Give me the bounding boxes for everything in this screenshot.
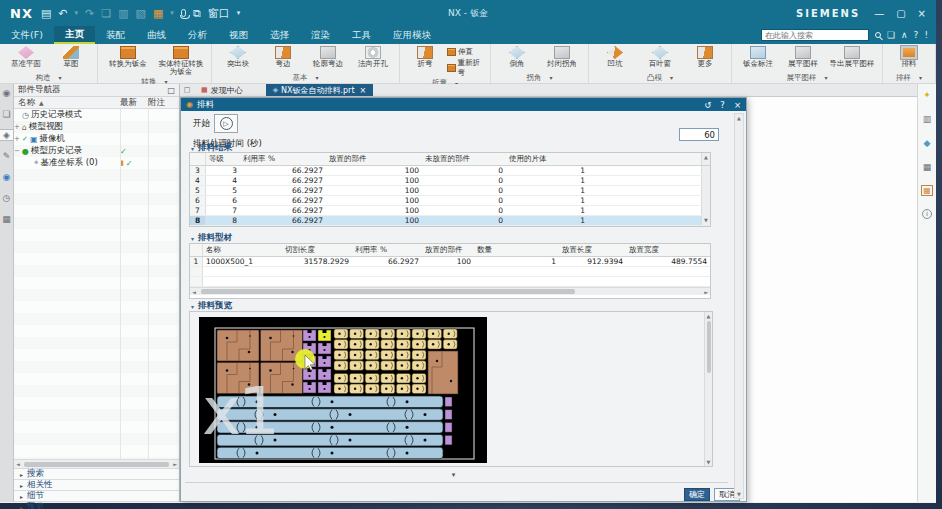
table-row-empty[interactable] [190, 277, 710, 287]
undo-dropdown-icon[interactable]: ▾ [75, 9, 79, 17]
expander-icon[interactable]: + [14, 123, 20, 131]
export-flat-pattern-button[interactable]: 导出展平图样 [826, 45, 878, 68]
ok-button[interactable]: 确定 [684, 488, 710, 501]
tab-feature-button[interactable]: 突出块 [216, 45, 260, 68]
col-unplaced[interactable]: 未放置的部件 [422, 154, 506, 164]
tab-home[interactable]: 主页 [54, 26, 95, 44]
start-nesting-button[interactable]: ▷ [214, 114, 238, 133]
profiles-hscrollbar[interactable]: ◄ ► [190, 287, 710, 295]
scroll-up-icon[interactable]: ▲ [707, 313, 711, 319]
scrollbar-thumb[interactable] [707, 321, 711, 373]
flat-pattern-button[interactable]: 展平图样 [781, 45, 825, 68]
tree-row-model-views[interactable]: +⌂模型视图 [14, 121, 179, 133]
info-icon[interactable]: i [922, 209, 932, 219]
normal-cutout-button[interactable]: 法向开孔 [351, 45, 395, 68]
sheet-metal-callout-button[interactable]: 钣金标注 [736, 45, 780, 68]
tree-row-model-history[interactable]: −●模型历史记录 ✓ [14, 145, 179, 157]
table-row-selected[interactable]: 8866.292710001▼ [190, 216, 710, 226]
scroll-up-icon[interactable]: ▲ [737, 115, 741, 121]
window-menu[interactable]: 窗口 [208, 6, 230, 21]
column-uptodate[interactable]: 最新 [120, 97, 148, 109]
tab-application[interactable]: 应用模块 [382, 26, 442, 44]
results-vscrollbar[interactable]: ▲ [701, 153, 710, 165]
flange-button[interactable]: 弯边 [261, 45, 305, 68]
dialog-vscrollbar[interactable]: ▲ ▼ [734, 113, 744, 499]
dialog-reset-icon[interactable]: ↺ [704, 100, 711, 110]
column-comment[interactable]: 附注 [148, 97, 179, 109]
nesting-button[interactable]: 排料 [887, 45, 931, 68]
tab-tools[interactable]: 工具 [341, 26, 382, 44]
help-icon[interactable]: ? [914, 30, 919, 40]
save-icon[interactable]: ▤ [41, 7, 51, 20]
col-placed-width[interactable]: 放置宽度 [626, 245, 710, 255]
preview-vscrollbar[interactable]: ▲ ▼ [704, 312, 712, 466]
scrollbar-thumb[interactable] [24, 462, 169, 467]
solid-to-sheet-metal-button[interactable]: 实体特征转换为钣金 [155, 45, 207, 77]
dialog-close-icon[interactable]: × [734, 100, 741, 110]
section-preview[interactable]: ▸预览 [14, 501, 179, 509]
table-row[interactable]: 6666.292710001 [190, 196, 710, 206]
cut-icon[interactable]: ❏ [101, 7, 111, 20]
tree-row-cameras[interactable]: +✓▣摄像机 [14, 133, 179, 145]
nesting-shortcut-icon[interactable]: ▦ [922, 186, 932, 195]
copy-icon[interactable]: ▥ [118, 7, 128, 20]
minimize-button[interactable]: — [874, 8, 884, 19]
table-row-empty[interactable] [190, 267, 710, 277]
close-tab-icon[interactable]: × [360, 86, 367, 95]
pane-icon[interactable]: □ [180, 84, 194, 96]
detach-panel-icon[interactable]: □ [167, 86, 175, 95]
favorites-icon[interactable]: ✦ [923, 90, 931, 100]
ribbon-group-label[interactable]: 展平图样▾ [734, 72, 880, 83]
tab-assemblies[interactable]: 装配 [95, 26, 136, 44]
scroll-left-icon[interactable]: ◄ [190, 289, 198, 295]
col-utilization[interactable]: 利用率 % [240, 154, 326, 164]
window-icon[interactable]: ⧉ [193, 7, 201, 20]
expander-icon[interactable]: − [14, 147, 20, 155]
touch-dropdown-icon[interactable]: ▾ [170, 9, 174, 17]
tab-view[interactable]: 视图 [218, 26, 259, 44]
scroll-left-icon[interactable]: ◄ [14, 461, 22, 467]
tab-analysis[interactable]: 分析 [177, 26, 218, 44]
expander-icon[interactable]: + [14, 135, 20, 143]
scroll-up-icon[interactable]: ▲ [704, 154, 708, 160]
scroll-down-icon[interactable]: ▼ [707, 459, 711, 465]
table-row[interactable]: 7766.292710001 [190, 206, 710, 216]
constraint-navigator-icon[interactable]: ❏ [0, 109, 13, 119]
col-utilization[interactable]: 利用率 % [352, 245, 422, 255]
column-name[interactable]: 名称▲ [14, 97, 120, 109]
ribbon-group-label[interactable]: 构造▾ [2, 72, 95, 83]
redo-icon[interactable]: ↷ [85, 7, 94, 20]
roles-icon[interactable]: ▦ [0, 214, 13, 224]
scroll-down-icon[interactable]: ▼ [704, 217, 708, 223]
ribbon-group-label[interactable]: 拐角▾ [493, 72, 586, 83]
bend-button[interactable]: 折弯 [404, 45, 446, 68]
results-vscrollbar-bottom[interactable]: ▼ [701, 216, 710, 225]
sketch-button[interactable]: 草图 [49, 45, 93, 68]
table-row[interactable]: 3366.292710001 [190, 166, 710, 176]
datum-plane-button[interactable]: 基准平面 [4, 45, 48, 68]
section-search[interactable]: ▸搜索 [14, 468, 179, 479]
col-sheets[interactable]: 使用的片体 [506, 154, 588, 164]
history-palette-icon[interactable]: ◷ [0, 193, 13, 203]
voice-command-icon[interactable] [181, 9, 186, 17]
closed-corner-button[interactable]: 封闭拐角 [540, 45, 584, 68]
col-level[interactable]: 等级 [206, 154, 240, 164]
flat-pattern-shortcut-icon[interactable]: ▦ [923, 162, 932, 172]
table-row[interactable]: 11000X500_131578.292966.29271001912.9394… [190, 257, 710, 267]
tree-row-datum-csys[interactable]: ⌖基准坐标系 (0) ▮✓ [14, 157, 179, 169]
ribbon-group-label[interactable]: 排样▾ [885, 72, 933, 83]
scroll-right-icon[interactable]: ► [702, 289, 710, 295]
contour-flange-button[interactable]: 轮廓弯边 [306, 45, 350, 68]
section-dependencies[interactable]: ▸相关性 [14, 479, 179, 490]
col-name[interactable]: 名称 [203, 245, 282, 255]
tab-nesting-part[interactable]: ◈ NX钣金自动排料.prt × [266, 84, 374, 96]
col-quantity[interactable]: 数量 [474, 245, 559, 255]
table-row[interactable]: 4466.292710001 [190, 176, 710, 186]
graphics-window[interactable] [747, 97, 917, 502]
ribbon-group-label[interactable]: 基本▾ [214, 72, 397, 83]
nest-time-input[interactable] [679, 128, 719, 141]
unbend-button[interactable]: 伸直 [447, 47, 486, 57]
dialog-help-icon[interactable]: ? [720, 100, 725, 110]
tab-feature-shortcut-icon[interactable]: ◆ [924, 138, 931, 148]
restore-button[interactable]: ▢ [896, 8, 905, 19]
